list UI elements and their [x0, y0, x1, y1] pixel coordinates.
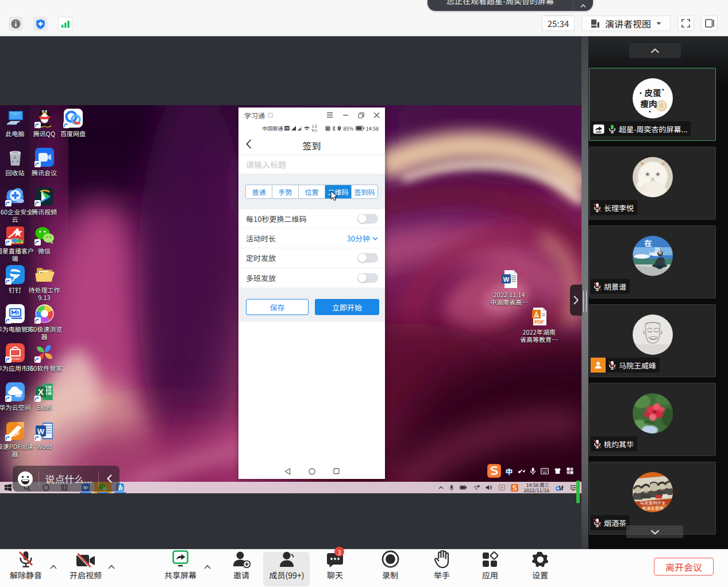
sidebar-collapse-handle[interactable] — [570, 285, 582, 316]
participants-scroll-down-button[interactable] — [626, 525, 683, 538]
mic-options-chevron[interactable] — [50, 565, 57, 569]
share-options-chevron[interactable] — [204, 565, 211, 569]
tray-battery-icon[interactable] — [460, 485, 467, 490]
desktop-icon-baidu-pan[interactable]: 百度网盘 — [52, 108, 94, 137]
sidebar-resize-gutter[interactable] — [581, 36, 588, 549]
close-icon[interactable] — [373, 112, 380, 118]
ime-keyboard-icon[interactable] — [541, 468, 549, 474]
tab-weizhi[interactable]: 位置 — [298, 185, 325, 198]
tab-shoushi[interactable]: 手势 — [272, 185, 298, 198]
minimize-icon[interactable] — [342, 112, 349, 118]
participant-name: 烟酒茶 — [604, 517, 626, 528]
participants-scroll-up-button[interactable] — [629, 43, 681, 58]
participant-tile-liyue[interactable]: 长理李悦 — [589, 147, 716, 220]
android-back-icon[interactable] — [284, 468, 291, 475]
android-recents-icon[interactable] — [333, 468, 340, 474]
desktop-icon-wechat[interactable]: 微信 — [24, 225, 65, 255]
tab-putong[interactable]: 普通 — [246, 185, 272, 198]
phone-mirror-window: 学习通 中国联通 HD 2.5K/s 85% 14:58 签到 请输入标题 普通 — [238, 108, 385, 479]
restore-icon[interactable] — [358, 112, 364, 118]
invite-button[interactable]: 邀请 — [221, 550, 262, 581]
ime-mic-icon[interactable] — [530, 467, 536, 475]
desktop-file-pdf-doc[interactable]: PDF 2022年湖南 省高等教育… — [518, 306, 560, 343]
record-button[interactable]: 录制 — [369, 550, 411, 581]
danmaku-collapse-button[interactable] — [99, 474, 120, 483]
participant-tile-wangweifeng[interactable]: 马院王威峰 — [589, 304, 716, 377]
signin-title-input[interactable]: 请输入标题 — [238, 155, 385, 174]
fullscreen-button[interactable] — [677, 16, 694, 31]
danmaku-bar[interactable]: 说点什么... — [13, 466, 120, 492]
members-button[interactable]: 成员(99+) — [266, 550, 307, 581]
signal-bars-icon — [61, 20, 70, 28]
tray-mic-icon[interactable] — [449, 485, 454, 491]
tooltip-chevron-icon[interactable] — [573, 0, 593, 8]
side-panel-toggle-button[interactable] — [701, 16, 718, 31]
signin-type-tabs: 普通 手势 位置 二维码 签到码 — [238, 174, 385, 209]
leave-meeting-button[interactable]: 离开会议 — [654, 558, 714, 576]
video-options-chevron[interactable] — [108, 565, 115, 569]
toolbar-button-label: 应用 — [482, 569, 498, 581]
ime-lang-indicator[interactable]: 中 — [506, 466, 513, 476]
raise-hand-button[interactable]: 举手 — [421, 550, 463, 581]
desktop-file-word-doc[interactable]: W 2022.11.14 中湖南省高… — [488, 269, 530, 306]
tray-ime-icon[interactable] — [499, 485, 505, 490]
participant-tile-hujingpu[interactable]: 在路上 胡景谱 — [589, 225, 716, 298]
tray-huawei-suite-icon[interactable]: M — [555, 484, 565, 492]
duration-dropdown[interactable]: 30分钟 — [347, 233, 378, 244]
security-shield-button[interactable] — [33, 17, 48, 31]
sogou-ime-bar: 中 — [487, 463, 573, 478]
pdf-doc-icon: PDF — [529, 306, 549, 327]
watching-screen-tooltip[interactable]: 您正在观看超星-周奕杏的屏幕 — [427, 0, 593, 11]
view-mode-selector[interactable]: 演讲者视图 — [581, 16, 671, 31]
desktop-icon-word-app[interactable]: W Word — [24, 421, 65, 450]
tray-expand-icon[interactable] — [438, 486, 444, 489]
top-toolbar: 25:34 演讲者视图 — [0, 0, 728, 36]
desktop-icon-tencent-meeting[interactable]: 腾讯会议 — [24, 147, 65, 177]
recycle-icon — [5, 147, 25, 167]
desktop-icon-soft360[interactable]: 360软件管家 — [24, 343, 65, 372]
desktop-icon-tencent-video[interactable]: 腾讯视频 — [24, 186, 65, 216]
ime-punct-icon[interactable] — [518, 467, 525, 474]
tray-network-icon[interactable] — [473, 485, 480, 490]
desktop-icon-browser360[interactable]: 360极速浏览 器 — [24, 304, 65, 340]
network-stats-button[interactable] — [58, 17, 72, 31]
participant-tile-taozhuo[interactable]: 桃灼其华 — [589, 383, 716, 456]
start-video-button[interactable]: 开启视频 — [65, 550, 106, 581]
desktop-icon-excel[interactable]: X Excel — [24, 382, 65, 411]
shortcut-arrow-badge — [34, 239, 41, 245]
tray-sogou-icon[interactable] — [511, 484, 518, 492]
phone-window-titlebar[interactable]: 学习通 — [238, 108, 385, 122]
desktop-icon-label: 腾讯视频 — [32, 208, 57, 216]
timed-release-toggle[interactable] — [357, 253, 378, 263]
participant-tile-yanjiucha[interactable]: 马克思列宁主毛泽东思想 烟酒茶 — [589, 462, 716, 535]
menu-icon[interactable] — [326, 112, 333, 118]
dingtalk-icon — [5, 264, 25, 285]
avatar-sketch — [633, 314, 673, 355]
meeting-info-button[interactable] — [9, 17, 23, 31]
signin-actions: 保存 立即开始 — [238, 287, 385, 322]
tab-erweima[interactable]: 二维码 — [325, 185, 351, 198]
ime-skin-icon[interactable] — [554, 467, 561, 474]
multi-class-toggle[interactable] — [357, 273, 378, 283]
chat-button[interactable]: 3 聊天 — [314, 550, 356, 581]
desktop-icon-folder[interactable]: 待处理工作 9.13 — [24, 264, 65, 301]
sogou-logo-icon[interactable] — [487, 464, 501, 478]
settings-button[interactable]: 设置 — [519, 550, 561, 581]
participants-sidebar: 皮蛋瘦肉 超星-周奕杏的屏幕... 长理李悦 在路上 胡景谱 马院王威峰 桃灼其… — [588, 36, 728, 549]
shortcut-arrow-badge — [5, 435, 11, 441]
emoji-smiley-icon[interactable] — [17, 471, 33, 487]
participant-tile-sharing[interactable]: 皮蛋瘦肉 超星-周奕杏的屏幕... — [589, 68, 716, 141]
tab-qiandaoma[interactable]: 签到码 — [351, 185, 378, 198]
danmaku-input-placeholder[interactable]: 说点什么... — [39, 471, 98, 486]
save-button[interactable]: 保存 — [246, 299, 309, 315]
share-screen-button[interactable]: 共享屏幕 — [160, 550, 201, 581]
android-home-icon[interactable] — [309, 468, 315, 475]
ime-toolbox-icon[interactable] — [567, 467, 573, 474]
baidu-pan-icon — [63, 108, 83, 128]
unmute-button[interactable]: 解除静音 — [5, 550, 47, 581]
tray-speaker-icon[interactable] — [486, 485, 493, 490]
start-now-button[interactable]: 立即开始 — [315, 299, 379, 315]
qr-refresh-toggle[interactable] — [357, 214, 378, 224]
apps-button[interactable]: 应用 — [469, 550, 511, 581]
taskbar-clock[interactable]: 14:58 周三2022/11/16 — [524, 482, 549, 493]
